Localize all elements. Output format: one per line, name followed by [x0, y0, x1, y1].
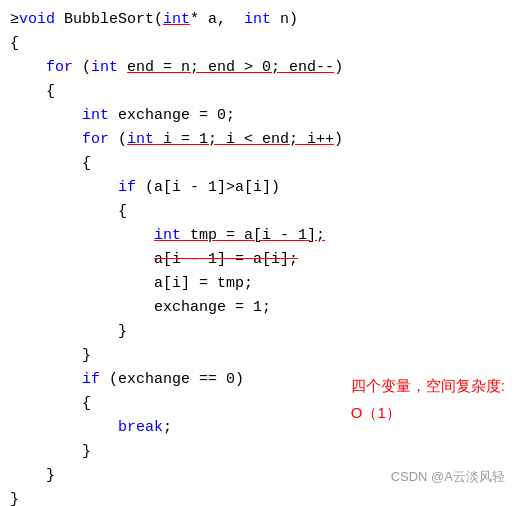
code-text: exchange = 1;: [10, 296, 271, 320]
code-line-2: {: [10, 32, 513, 56]
note-line-1: 四个变量，空间复杂度:: [351, 372, 505, 399]
code-line-10: int tmp = a[i - 1];: [10, 224, 513, 248]
code-text: a[i] = tmp;: [10, 272, 253, 296]
code-text: [118, 56, 127, 80]
code-text: ≥: [10, 8, 19, 32]
keyword-int-underline: int: [163, 8, 190, 32]
code-text: [10, 176, 118, 200]
code-text: (a[i - 1]>a[i]): [136, 176, 280, 200]
code-text: ): [334, 128, 343, 152]
code-text: [10, 224, 154, 248]
code-line-12: a[i] = tmp;: [10, 272, 513, 296]
code-text: [10, 368, 82, 392]
code-text: ;: [163, 416, 172, 440]
code-text: [10, 56, 46, 80]
code-text: }: [10, 320, 127, 344]
keyword-int: int: [91, 56, 118, 80]
code-text: exchange = 0;: [109, 104, 235, 128]
note-line-2: O（1）: [351, 399, 505, 426]
keyword-for: for: [46, 56, 73, 80]
code-line-21: }: [10, 488, 513, 506]
code-text: [10, 104, 82, 128]
code-line-13: exchange = 1;: [10, 296, 513, 320]
code-underline: int tmp = a[i - 1];: [154, 224, 325, 248]
code-line-14: }: [10, 320, 513, 344]
keyword-int: int: [244, 8, 271, 32]
note-block: 四个变量，空间复杂度: O（1）: [351, 372, 505, 426]
code-text: {: [10, 80, 55, 104]
keyword-int: int: [82, 104, 109, 128]
code-line-15: }: [10, 344, 513, 368]
code-text: }: [10, 344, 91, 368]
code-line-11: a[i - 1] = a[i];: [10, 248, 513, 272]
code-text: ): [334, 56, 343, 80]
code-text: }: [10, 488, 19, 506]
code-line-4: {: [10, 80, 513, 104]
code-text: (: [73, 56, 91, 80]
code-text: }: [10, 464, 55, 488]
code-underline: end = n; end > 0; end--: [127, 56, 334, 80]
code-container: ≥void BubbleSort(int* a, int n) { for (i…: [0, 0, 523, 506]
code-strikethrough: a[i - 1] = a[i];: [154, 248, 298, 272]
code-text: }: [10, 440, 91, 464]
code-text: BubbleSort(: [55, 8, 163, 32]
code-line-6: for (int i = 1; i < end; i++): [10, 128, 513, 152]
code-line-3: for (int end = n; end > 0; end--): [10, 56, 513, 80]
code-text: {: [10, 152, 91, 176]
code-text: {: [10, 392, 91, 416]
keyword-void: void: [19, 8, 55, 32]
code-line-7: {: [10, 152, 513, 176]
watermark: CSDN @A云淡风轻: [391, 467, 505, 488]
code-text: (: [109, 128, 127, 152]
keyword-if: if: [82, 368, 100, 392]
code-text: [10, 248, 154, 272]
code-text: [10, 416, 118, 440]
code-text: {: [10, 200, 127, 224]
code-line-8: if (a[i - 1]>a[i]): [10, 176, 513, 200]
code-line-1: ≥void BubbleSort(int* a, int n): [10, 8, 513, 32]
code-underline: int i = 1; i < end; i++: [127, 128, 334, 152]
code-line-9: {: [10, 200, 513, 224]
code-text: [10, 128, 82, 152]
code-text: n): [271, 8, 298, 32]
keyword-break: break: [118, 416, 163, 440]
code-text: {: [10, 32, 19, 56]
code-line-5: int exchange = 0;: [10, 104, 513, 128]
code-line-19: }: [10, 440, 513, 464]
code-text: * a,: [190, 8, 244, 32]
keyword-if: if: [118, 176, 136, 200]
keyword-for: for: [82, 128, 109, 152]
code-text: (exchange == 0): [100, 368, 244, 392]
